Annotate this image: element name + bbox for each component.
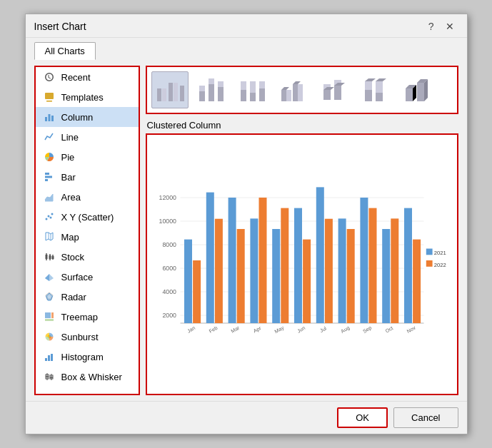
help-button[interactable]: ?	[424, 20, 438, 33]
svg-rect-47	[169, 83, 173, 101]
sidebar-label-recent: Recent	[61, 72, 91, 83]
sidebar-item-templates[interactable]: Templates	[36, 87, 139, 107]
chart-type-stacked-column-3d[interactable]	[317, 71, 354, 108]
sidebar-item-column[interactable]: Column	[36, 107, 139, 127]
svg-point-12	[51, 213, 53, 215]
chart-type-clustered-column-3d[interactable]	[276, 71, 313, 108]
sidebar: RecentTemplatesColumnLinePieBarAreaX Y (…	[34, 66, 140, 395]
chart-svg: 12000 10000 8000 6000 4000 2000	[153, 141, 451, 388]
surface-icon	[43, 270, 56, 283]
sidebar-item-map[interactable]: Map	[36, 227, 139, 247]
svg-rect-68	[298, 84, 303, 101]
svg-rect-39	[51, 394, 53, 395]
svg-marker-77	[365, 78, 376, 81]
sidebar-item-waterfall[interactable]: Waterfall	[36, 387, 139, 395]
svg-rect-30	[51, 354, 53, 361]
svg-rect-116	[360, 198, 368, 323]
svg-rect-81	[406, 88, 413, 101]
area-icon	[43, 190, 56, 203]
stock-icon	[43, 250, 56, 263]
sidebar-item-xy-scatter[interactable]: X Y (Scatter)	[36, 207, 139, 227]
svg-rect-54	[209, 78, 214, 84]
svg-rect-110	[294, 208, 302, 323]
svg-text:6000: 6000	[162, 265, 176, 272]
histogram-icon	[43, 350, 56, 363]
sidebar-item-histogram[interactable]: Histogram	[36, 347, 139, 367]
sidebar-item-area[interactable]: Area	[36, 187, 139, 207]
svg-text:8000: 8000	[162, 241, 176, 248]
ok-button[interactable]: OK	[337, 407, 388, 428]
sidebar-item-treemap[interactable]: Treemap	[36, 307, 139, 327]
title-bar-controls: ? ✕	[424, 20, 458, 33]
svg-rect-105	[236, 229, 244, 323]
sidebar-label-stock: Stock	[61, 252, 85, 263]
svg-text:Jan: Jan	[186, 325, 196, 335]
svg-rect-106	[250, 218, 258, 323]
svg-rect-49	[180, 86, 184, 101]
sidebar-label-map: Map	[61, 232, 79, 243]
title-bar: Insert Chart ? ✕	[26, 14, 467, 38]
sidebar-item-box-whisker[interactable]: Box & Whisker	[36, 367, 139, 387]
sidebar-label-surface: Surface	[61, 272, 94, 282]
tab-all-charts[interactable]: All Charts	[34, 42, 96, 60]
svg-text:Aug: Aug	[340, 325, 351, 335]
sidebar-item-sunburst[interactable]: Sunburst	[36, 327, 139, 347]
chart-type-clustered-column[interactable]	[151, 71, 189, 108]
templates-icon	[43, 91, 56, 103]
sidebar-item-bar[interactable]: Bar	[36, 167, 139, 187]
chart-type-3d-column[interactable]	[400, 71, 437, 108]
cancel-button[interactable]: Cancel	[393, 407, 458, 428]
tab-bar: All Charts	[26, 38, 467, 60]
close-button[interactable]: ✕	[441, 20, 458, 33]
chart-type-stacked-column[interactable]	[193, 71, 230, 108]
waterfall-icon	[43, 390, 56, 395]
scatter-icon	[43, 210, 56, 223]
svg-rect-69	[323, 90, 331, 100]
svg-rect-56	[218, 81, 224, 87]
box-whisker-icon	[43, 370, 56, 383]
svg-text:Oct: Oct	[384, 325, 394, 334]
svg-rect-103	[214, 219, 222, 323]
sidebar-label-sunburst: Sunburst	[61, 332, 99, 342]
svg-text:10000: 10000	[159, 218, 176, 225]
chart-type-100-stacked-column-3d[interactable]	[358, 71, 396, 108]
svg-rect-8	[45, 179, 48, 181]
svg-text:12000: 12000	[159, 194, 176, 201]
svg-rect-58	[241, 81, 246, 90]
sidebar-label-radar: Radar	[61, 292, 86, 302]
svg-text:Sep: Sep	[361, 325, 372, 335]
radar-icon	[43, 290, 56, 303]
sidebar-item-surface[interactable]: Surface	[36, 267, 139, 287]
sidebar-item-line[interactable]: Line	[36, 127, 139, 147]
svg-rect-62	[259, 81, 265, 88]
svg-rect-6	[45, 173, 49, 175]
svg-rect-112	[316, 187, 323, 323]
sidebar-item-pie[interactable]: Pie	[36, 147, 139, 167]
svg-rect-84	[417, 83, 424, 101]
svg-rect-119	[391, 218, 398, 323]
svg-rect-53	[209, 84, 214, 101]
svg-rect-117	[368, 208, 376, 323]
svg-rect-101	[193, 260, 201, 323]
recent-icon	[43, 71, 56, 83]
svg-rect-25	[51, 312, 54, 318]
svg-rect-118	[382, 229, 390, 323]
svg-point-10	[47, 215, 49, 218]
svg-text:Jun: Jun	[296, 325, 306, 335]
svg-rect-121	[413, 240, 421, 323]
svg-rect-52	[199, 86, 205, 91]
svg-rect-63	[281, 90, 286, 101]
svg-rect-114	[338, 218, 346, 323]
sidebar-label-box-whisker: Box & Whisker	[61, 372, 122, 382]
svg-text:4000: 4000	[162, 288, 176, 295]
sidebar-item-radar[interactable]: Radar	[36, 287, 139, 307]
svg-text:2000: 2000	[162, 312, 176, 319]
sidebar-item-recent[interactable]: Recent	[36, 67, 139, 87]
svg-text:2022: 2022	[433, 262, 446, 268]
svg-marker-86	[424, 79, 428, 101]
sidebar-item-stock[interactable]: Stock	[36, 247, 139, 267]
dialog-title: Insert Chart	[34, 21, 86, 32]
chart-preview-area: Clustered Column 12000 10000 8000 6000 4…	[146, 120, 458, 395]
line-icon	[43, 131, 56, 143]
chart-type-100-stacked-column[interactable]	[234, 71, 271, 108]
